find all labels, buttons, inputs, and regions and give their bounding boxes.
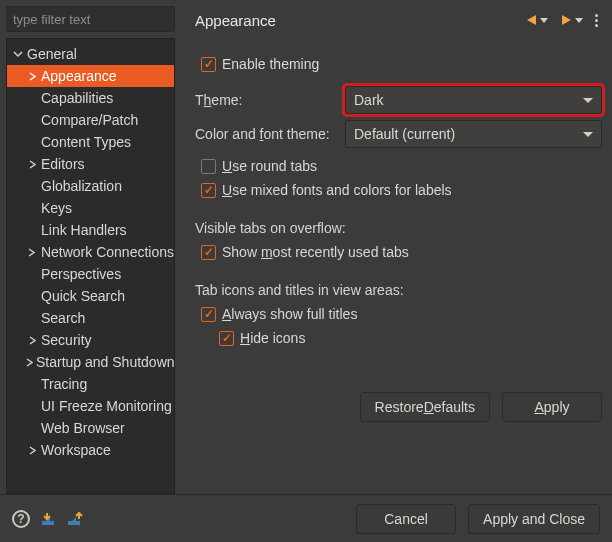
preference-tree[interactable]: General AppearanceCapabilitiesCompare/Pa… xyxy=(6,38,175,494)
chevron-down-icon xyxy=(583,98,593,103)
tree-item-label: Perspectives xyxy=(39,266,121,282)
tree-item-label: Compare/Patch xyxy=(39,112,138,128)
tree-item[interactable]: Appearance xyxy=(7,65,174,87)
tree-item-label: Security xyxy=(39,332,92,348)
back-history-icon[interactable] xyxy=(540,18,548,23)
tree-item-label: Web Browser xyxy=(39,420,125,436)
tree-item-label: Startup and Shutdown xyxy=(34,354,175,370)
tree-item[interactable]: Globalization xyxy=(7,175,174,197)
checkbox-icon xyxy=(201,159,216,174)
chevron-right-icon xyxy=(25,358,34,367)
tree-item-label: Globalization xyxy=(39,178,122,194)
tree-item-label: Search xyxy=(39,310,85,326)
apply-and-close-button[interactable]: Apply and Close xyxy=(468,504,600,534)
tree-item-label: Network Connections xyxy=(39,244,174,260)
import-icon[interactable] xyxy=(40,511,60,527)
tree-item[interactable]: Network Connections xyxy=(7,241,174,263)
chevron-right-icon xyxy=(25,72,39,81)
export-icon[interactable] xyxy=(66,511,86,527)
tree-item[interactable]: Security xyxy=(7,329,174,351)
chevron-right-icon xyxy=(25,336,39,345)
tree-item-label: Quick Search xyxy=(39,288,125,304)
tree-item-label: Editors xyxy=(39,156,85,172)
checkbox-icon xyxy=(201,245,216,260)
back-icon[interactable] xyxy=(527,15,536,25)
tree-item-label: Capabilities xyxy=(39,90,113,106)
tree-item-label: Tracing xyxy=(39,376,87,392)
tree-item[interactable]: Editors xyxy=(7,153,174,175)
tree-item-label: Content Types xyxy=(39,134,131,150)
hide-icons-checkbox[interactable]: Hide icons xyxy=(195,326,602,350)
tree-item[interactable]: Keys xyxy=(7,197,174,219)
tree-item[interactable]: Quick Search xyxy=(7,285,174,307)
chevron-down-icon xyxy=(11,49,25,59)
checkbox-icon xyxy=(201,57,216,72)
chevron-right-icon xyxy=(25,248,39,257)
menu-icon[interactable] xyxy=(591,14,602,27)
chevron-right-icon xyxy=(25,446,39,455)
visible-tabs-title: Visible tabs on overflow: xyxy=(195,220,602,236)
tree-item[interactable]: Search xyxy=(7,307,174,329)
tree-item[interactable]: Link Handlers xyxy=(7,219,174,241)
use-mixed-fonts-checkbox[interactable]: Use mixed fonts and colors for labels xyxy=(195,178,602,202)
tree-item-label: Workspace xyxy=(39,442,111,458)
color-font-theme-select[interactable]: Default (current) xyxy=(345,120,602,148)
show-most-recent-checkbox[interactable]: Show most recently used tabs xyxy=(195,240,602,264)
tree-item[interactable]: Startup and Shutdown xyxy=(7,351,174,373)
always-show-full-titles-checkbox[interactable]: Always show full titles xyxy=(195,302,602,326)
help-icon[interactable]: ? xyxy=(12,510,30,528)
apply-button[interactable]: Apply xyxy=(502,392,602,422)
chevron-right-icon xyxy=(25,160,39,169)
tree-item-label: Keys xyxy=(39,200,72,216)
chevron-down-icon xyxy=(583,132,593,137)
tree-item[interactable]: Capabilities xyxy=(7,87,174,109)
tree-item-label: UI Freeze Monitoring xyxy=(39,398,172,414)
enable-theming-checkbox[interactable]: Enable theming xyxy=(195,52,602,76)
theme-label: Theme: xyxy=(195,92,345,108)
checkbox-icon xyxy=(201,183,216,198)
use-round-tabs-checkbox[interactable]: Use round tabs xyxy=(195,154,602,178)
page-title: Appearance xyxy=(195,12,527,29)
tree-item[interactable]: Content Types xyxy=(7,131,174,153)
checkbox-icon xyxy=(201,307,216,322)
forward-icon[interactable] xyxy=(562,15,571,25)
filter-input[interactable] xyxy=(6,6,175,32)
tree-item[interactable]: Web Browser xyxy=(7,417,174,439)
tree-item-label: Link Handlers xyxy=(39,222,127,238)
checkbox-icon xyxy=(219,331,234,346)
tree-item[interactable]: Tracing xyxy=(7,373,174,395)
tree-item[interactable]: Perspectives xyxy=(7,263,174,285)
forward-history-icon[interactable] xyxy=(575,18,583,23)
color-font-theme-label: Color and font theme: xyxy=(195,126,345,142)
tree-item[interactable]: UI Freeze Monitoring xyxy=(7,395,174,417)
restore-defaults-button[interactable]: Restore Defaults xyxy=(360,392,490,422)
tree-root-general[interactable]: General xyxy=(7,43,174,65)
cancel-button[interactable]: Cancel xyxy=(356,504,456,534)
tree-item[interactable]: Workspace xyxy=(7,439,174,461)
tab-icons-title: Tab icons and titles in view areas: xyxy=(195,282,602,298)
theme-select[interactable]: Dark xyxy=(345,86,602,114)
tree-item-label: Appearance xyxy=(39,68,117,84)
tree-item[interactable]: Compare/Patch xyxy=(7,109,174,131)
